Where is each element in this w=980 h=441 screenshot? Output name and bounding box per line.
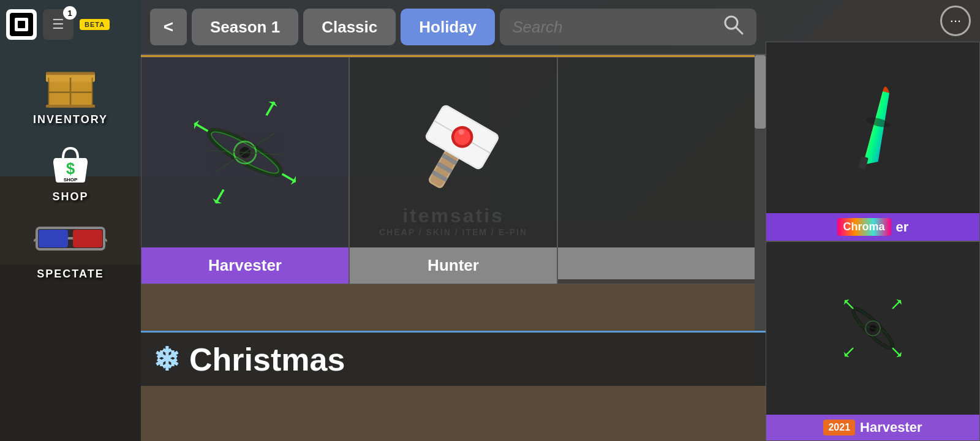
right-panel: ···: [766, 0, 980, 441]
chroma-item-label: Chroma er: [766, 213, 979, 241]
shop-label: SHOP: [52, 190, 88, 203]
chroma-item-image: [766, 42, 979, 213]
chroma-label-text: er: [896, 219, 909, 235]
svg-rect-10: [46, 105, 95, 107]
spectate-label: SPECTATE: [37, 268, 104, 281]
beta-badge: BETA: [80, 19, 110, 30]
search-button[interactable]: [722, 13, 744, 40]
back-button[interactable]: <: [150, 9, 187, 45]
more-options-button[interactable]: ···: [940, 6, 971, 36]
hunter-weapon-icon: [386, 86, 521, 220]
tab-season1[interactable]: Season 1: [192, 9, 298, 45]
harvester-weapon-icon: [178, 85, 312, 220]
sidebar-item-shop[interactable]: $ SHOP SHOP: [12, 132, 129, 206]
notification-badge: 1: [63, 6, 77, 20]
sidebar-item-spectate[interactable]: SPECTATE: [12, 209, 129, 284]
items-grid: Harvester: [141, 55, 766, 284]
chroma-badge: Chroma: [837, 218, 891, 236]
search-box: [500, 9, 756, 45]
harvester-label: Harvester: [141, 247, 349, 284]
hunter-image: [350, 58, 557, 247]
sidebar-item-inventory[interactable]: INVENTORY: [12, 55, 129, 129]
item-harvester[interactable]: Harvester: [141, 57, 349, 284]
inventory-icon: [34, 58, 107, 113]
harvester2021-icon: [836, 292, 910, 365]
christmas-label: ❄ Christmas: [153, 341, 345, 378]
svg-line-20: [736, 27, 742, 34]
sidebar-top: ☰ 1 BETA: [0, 6, 141, 43]
empty-label: [558, 247, 765, 279]
main-content: < Season 1 Classic Holiday: [141, 0, 766, 441]
svg-marker-48: [836, 88, 916, 168]
roblox-logo[interactable]: [6, 9, 37, 40]
right-item-chroma[interactable]: Chroma er: [766, 42, 980, 241]
svg-rect-2: [18, 21, 25, 28]
harvester-image: [141, 58, 349, 247]
harvester2021-image: [766, 242, 979, 415]
nav-bar: < Season 1 Classic Holiday: [141, 0, 766, 55]
svg-rect-50: [858, 156, 869, 169]
spectate-icon: [34, 213, 107, 268]
notification-button[interactable]: ☰ 1: [43, 9, 74, 40]
christmas-text: Christmas: [189, 341, 345, 378]
svg-text:SHOP: SHOP: [64, 177, 78, 183]
item-hunter[interactable]: Hunter: [349, 57, 557, 284]
svg-rect-9: [46, 72, 95, 75]
notification-icon: ☰: [52, 17, 64, 32]
harvester2021-label-text: Harvester: [860, 420, 922, 435]
shop-icon: $ SHOP: [34, 135, 107, 190]
item-empty: [557, 57, 766, 284]
items-grid-container: Harvester: [141, 55, 766, 386]
inventory-label: INVENTORY: [33, 113, 108, 126]
svg-rect-14: [39, 230, 68, 247]
more-icon: ···: [950, 13, 961, 29]
harvester2021-label: 2021 Harvester: [766, 415, 979, 440]
sidebar: ☰ 1 BETA INVENTORY: [0, 0, 141, 441]
svg-text:$: $: [66, 160, 75, 177]
chroma-knife-icon: [823, 78, 923, 178]
snowflake-icon: ❄: [153, 341, 180, 378]
right-item-2021[interactable]: 2021 Harvester: [766, 241, 980, 441]
bottom-section: ❄ Christmas: [141, 331, 766, 386]
empty-image: [558, 58, 765, 247]
svg-rect-15: [73, 230, 102, 247]
year-badge: 2021: [823, 420, 855, 435]
scroll-thumb[interactable]: [755, 55, 766, 129]
hunter-label: Hunter: [350, 247, 557, 284]
tab-holiday[interactable]: Holiday: [401, 9, 495, 45]
search-input[interactable]: [512, 18, 716, 37]
right-top-bar: ···: [766, 0, 980, 42]
tab-classic[interactable]: Classic: [303, 9, 396, 45]
